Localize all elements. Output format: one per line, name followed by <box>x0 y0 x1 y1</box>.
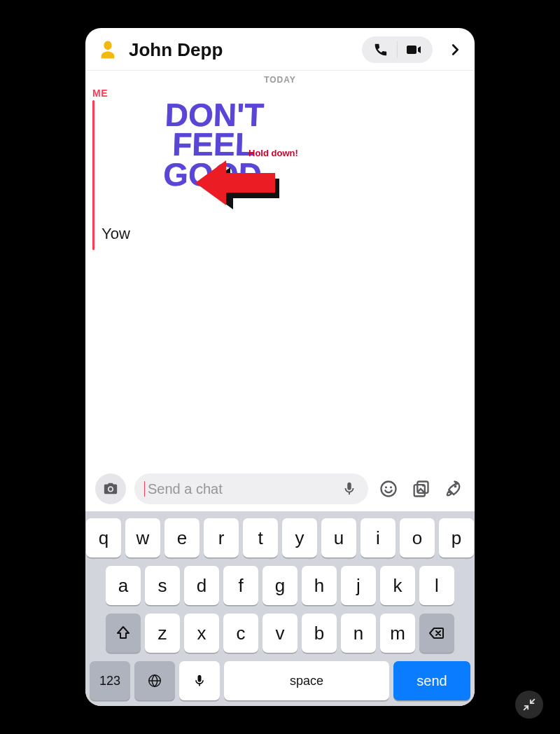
dictation-key[interactable] <box>179 661 220 700</box>
key-g[interactable]: g <box>262 566 298 605</box>
chevron-right-icon <box>447 42 463 57</box>
key-b[interactable]: b <box>302 614 337 653</box>
key-u[interactable]: u <box>321 518 356 558</box>
voice-note-button[interactable] <box>340 480 358 498</box>
backspace-key[interactable] <box>419 614 454 653</box>
day-label: TODAY <box>85 75 475 85</box>
globe-key[interactable] <box>134 661 175 700</box>
audio-call-button[interactable] <box>365 39 397 60</box>
chat-input-placeholder: Send a chat <box>148 481 340 497</box>
key-i[interactable]: i <box>360 518 396 558</box>
numbers-key[interactable]: 123 <box>90 661 130 700</box>
mic-icon <box>192 674 206 688</box>
text-caret <box>144 481 145 497</box>
cards-icon <box>411 479 430 499</box>
key-y[interactable]: y <box>282 518 317 558</box>
key-q[interactable]: q <box>86 518 121 558</box>
arrow-icon <box>192 155 284 211</box>
keyboard-row-1: qwertyuiop <box>90 518 470 558</box>
shift-key[interactable] <box>106 614 141 653</box>
rocket-icon <box>443 479 463 499</box>
key-f[interactable]: f <box>223 566 258 605</box>
svg-point-8 <box>422 485 424 487</box>
key-z[interactable]: z <box>145 614 180 653</box>
keyboard-row-3: zxcvbnm <box>90 614 470 653</box>
key-t[interactable]: t <box>243 518 278 558</box>
person-icon <box>97 39 118 60</box>
svg-point-5 <box>390 486 392 488</box>
space-key[interactable]: space <box>224 661 389 700</box>
sender-bar <box>92 100 94 250</box>
shift-icon <box>115 625 132 642</box>
key-o[interactable]: o <box>400 518 435 558</box>
svg-marker-1 <box>195 160 275 205</box>
key-e[interactable]: e <box>164 518 200 558</box>
annotation-text: Hold down! <box>248 148 298 158</box>
chat-body: TODAY ME DON'T FEEL GOOD <box>85 71 475 468</box>
key-r[interactable]: r <box>204 518 239 558</box>
keyboard: qwertyuiop asdfghjkl zxcvbnm 123 space s… <box>85 511 475 706</box>
collapse-icon <box>522 697 537 712</box>
collapse-button[interactable] <box>515 691 543 719</box>
key-d[interactable]: d <box>184 566 219 605</box>
video-icon <box>405 41 422 58</box>
camera-icon <box>103 481 118 497</box>
svg-point-3 <box>382 482 396 497</box>
stickers-button[interactable] <box>377 477 400 501</box>
key-h[interactable]: h <box>302 566 337 605</box>
contact-name[interactable]: John Depp <box>129 39 223 61</box>
chat-details-button[interactable] <box>445 40 465 60</box>
sticker-line: DON'T <box>102 100 327 130</box>
video-call-button[interactable] <box>398 39 430 60</box>
backspace-icon <box>428 625 445 642</box>
key-j[interactable]: j <box>341 566 376 605</box>
key-a[interactable]: a <box>106 566 141 605</box>
key-v[interactable]: v <box>262 614 298 653</box>
camera-button[interactable] <box>95 473 126 504</box>
key-l[interactable]: l <box>419 566 454 605</box>
message-thread: DON'T FEEL GOOD Hold down! Yow <box>92 100 475 250</box>
key-x[interactable]: x <box>184 614 219 653</box>
key-w[interactable]: w <box>125 518 160 558</box>
chat-input[interactable]: Send a chat <box>134 473 368 504</box>
key-c[interactable]: c <box>223 614 258 653</box>
keyboard-row-2: asdfghjkl <box>90 566 470 605</box>
smiley-icon <box>379 479 398 499</box>
sender-label: ME <box>92 88 475 99</box>
key-m[interactable]: m <box>380 614 415 653</box>
key-n[interactable]: n <box>341 614 376 653</box>
svg-point-2 <box>109 487 113 491</box>
memories-button[interactable] <box>409 477 433 501</box>
keyboard-row-4: 123 space send <box>90 661 470 700</box>
send-key[interactable]: send <box>393 661 470 700</box>
annotation-arrow <box>192 155 284 214</box>
avatar[interactable] <box>95 37 120 62</box>
mic-icon <box>342 481 357 497</box>
globe-icon <box>147 673 162 688</box>
key-k[interactable]: k <box>380 566 415 605</box>
text-message[interactable]: Yow <box>102 225 326 243</box>
phone-icon <box>373 42 388 57</box>
chat-screen: John Depp TODAY ME DON'T FEEL <box>85 28 475 706</box>
key-p[interactable]: p <box>439 518 474 558</box>
key-s[interactable]: s <box>145 566 180 605</box>
sticker-message[interactable]: DON'T FEEL GOOD Hold down! <box>102 100 326 219</box>
call-controls <box>362 36 433 63</box>
chat-composer: Send a chat <box>85 468 475 511</box>
svg-point-9 <box>454 485 457 488</box>
svg-point-4 <box>385 486 387 488</box>
chat-header: John Depp <box>85 28 475 71</box>
rocket-button[interactable] <box>441 477 465 501</box>
